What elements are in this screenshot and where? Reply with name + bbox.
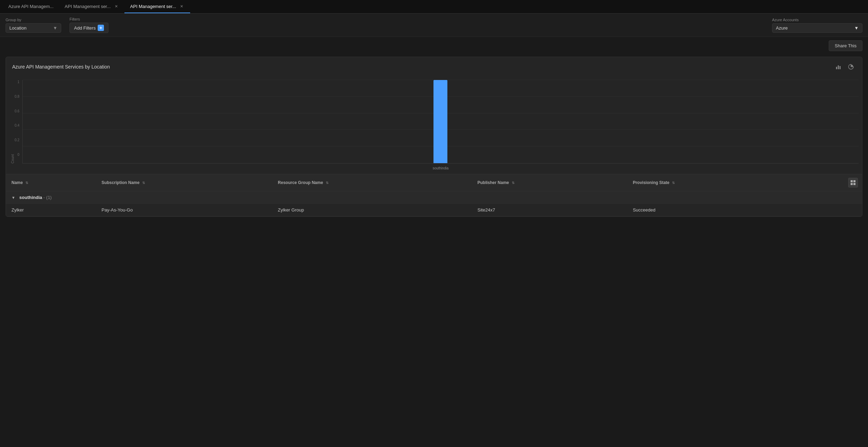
col-header-provisioning[interactable]: Provisioning State ⇅ — [627, 174, 799, 191]
group-count-badge: - (1) — [43, 195, 52, 200]
chart-grid: southindia — [22, 80, 859, 163]
share-this-area: Share This — [0, 37, 868, 51]
group-by-select[interactable]: Location ▼ — [6, 23, 61, 33]
col-header-actions — [799, 174, 862, 191]
cell-subscription: Pay-As-You-Go — [96, 204, 272, 216]
tab-1[interactable]: Azure API Managem... — [3, 0, 59, 13]
share-this-button[interactable]: Share This — [829, 40, 862, 51]
bar-southindia-fill — [433, 80, 447, 163]
y-axis-ticks: 1 0.8 0.6 0.4 0.2 0 — [15, 80, 22, 163]
tabs-bar: Azure API Managem... API Management ser.… — [0, 0, 868, 14]
group-by-value: Location — [9, 25, 26, 31]
svg-rect-5 — [851, 183, 853, 185]
col-header-resource-group[interactable]: Resource Group Name ⇅ — [272, 174, 472, 191]
card-icons — [834, 62, 856, 72]
col-header-publisher[interactable]: Publisher Name ⇅ — [472, 174, 627, 191]
sort-subscription-icon: ⇅ — [142, 181, 145, 185]
azure-accounts-chevron-icon: ▼ — [854, 25, 859, 31]
card-header: Azure API Management Services by Locatio… — [6, 57, 862, 77]
group-expand-icon[interactable]: ▼ — [11, 195, 15, 200]
table-wrapper: Name ⇅ Subscription Name ⇅ Resource Grou… — [6, 174, 862, 216]
add-filters-button[interactable]: Add Filters + — [70, 23, 108, 33]
azure-accounts-group: Azure Accounts Azure ▼ — [772, 18, 862, 33]
y-axis-label: Count — [9, 80, 15, 163]
tab-3-close[interactable]: ✕ — [179, 3, 185, 9]
bar-chart-icon-button[interactable] — [834, 62, 843, 72]
tab-2-label: API Management ser... — [65, 4, 111, 9]
group-name: southindia — [19, 195, 42, 200]
svg-rect-2 — [839, 66, 841, 69]
azure-accounts-value: Azure — [776, 25, 788, 31]
tab-2-close[interactable]: ✕ — [113, 3, 119, 9]
group-by-group: Group by Location ▼ — [6, 18, 61, 33]
cell-provisioning: Succeeded — [627, 204, 799, 216]
svg-rect-0 — [836, 67, 837, 69]
main-content: Azure API Management Services by Locatio… — [0, 51, 868, 222]
sort-resource-group-icon: ⇅ — [326, 181, 328, 185]
pie-chart-icon-button[interactable] — [846, 62, 856, 72]
tab-2[interactable]: API Management ser... ✕ — [59, 0, 124, 13]
data-table: Name ⇅ Subscription Name ⇅ Resource Grou… — [6, 174, 862, 216]
tab-3[interactable]: API Management ser... ✕ — [124, 0, 190, 13]
chart-card: Azure API Management Services by Locatio… — [6, 57, 862, 217]
table-view-toggle-button[interactable] — [848, 178, 858, 187]
col-header-name[interactable]: Name ⇅ — [6, 174, 96, 191]
sort-publisher-icon: ⇅ — [512, 181, 514, 185]
svg-rect-6 — [853, 183, 855, 185]
col-header-subscription[interactable]: Subscription Name ⇅ — [96, 174, 272, 191]
svg-rect-4 — [853, 180, 855, 182]
table-row: Zylker Pay-As-You-Go Zylker Group Site24… — [6, 204, 862, 216]
tab-3-label: API Management ser... — [130, 4, 176, 9]
add-filters-label: Add Filters — [74, 25, 96, 31]
toolbar: Group by Location ▼ Filters Add Filters … — [0, 14, 868, 37]
card-title: Azure API Management Services by Locatio… — [12, 64, 110, 70]
tab-1-label: Azure API Managem... — [8, 4, 54, 9]
bar-southindia-label: southindia — [433, 166, 449, 170]
table-group-row: ▼ southindia - (1) — [6, 191, 862, 204]
table-header-row: Name ⇅ Subscription Name ⇅ Resource Grou… — [6, 174, 862, 191]
cell-name: Zylker — [6, 204, 96, 216]
group-by-label: Group by — [6, 18, 61, 22]
cell-resource-group: Zylker Group — [272, 204, 472, 216]
azure-accounts-label: Azure Accounts — [772, 18, 862, 22]
svg-rect-3 — [851, 180, 853, 182]
filters-group: Filters Add Filters + — [70, 17, 108, 33]
azure-accounts-select[interactable]: Azure ▼ — [772, 23, 862, 33]
cell-publisher: Site24x7 — [472, 204, 627, 216]
table-body: ▼ southindia - (1) Zylker Pay-As-You-Go … — [6, 191, 862, 216]
filters-label: Filters — [70, 17, 108, 21]
group-row-cell[interactable]: ▼ southindia - (1) — [6, 191, 862, 204]
sort-provisioning-icon: ⇅ — [672, 181, 675, 185]
sort-name-icon: ⇅ — [25, 181, 28, 185]
svg-rect-1 — [838, 65, 839, 69]
bar-southindia[interactable]: southindia — [433, 80, 447, 163]
chart-area: Count 1 0.8 0.6 0.4 0.2 0 — [6, 77, 862, 174]
add-filters-plus-icon: + — [98, 25, 104, 31]
chart-plot: southindia — [22, 80, 859, 163]
group-by-chevron-icon: ▼ — [53, 25, 57, 31]
cell-actions — [799, 204, 862, 216]
